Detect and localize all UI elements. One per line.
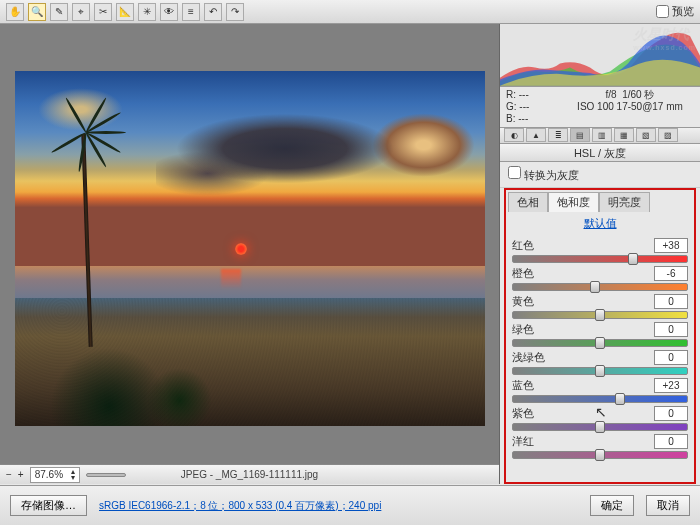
slider-label-aqua: 浅绿色 xyxy=(512,350,545,365)
panel-camera-icon[interactable]: ▨ xyxy=(658,128,678,142)
top-toolbar: ✋ 🔍 ✎ ⌖ ✂ 📐 ✳ 👁 ≡ ↶ ↷ 预览 xyxy=(0,0,700,24)
slider-row-aqua: 浅绿色0 xyxy=(512,350,688,375)
preview-toggle[interactable]: 预览 xyxy=(656,4,694,19)
slider-label-blue: 蓝色 xyxy=(512,378,534,393)
slider-value-magenta[interactable]: 0 xyxy=(654,434,688,449)
slider-thumb-blue[interactable] xyxy=(615,393,625,405)
slider-track-blue[interactable] xyxy=(512,395,688,403)
tool-hand-icon[interactable]: ✋ xyxy=(6,3,24,21)
tool-rotate-ccw-icon[interactable]: ↶ xyxy=(204,3,222,21)
tab-luminance[interactable]: 明亮度 xyxy=(599,192,650,212)
slider-row-blue: 蓝色+23 xyxy=(512,378,688,403)
slider-thumb-aqua[interactable] xyxy=(595,365,605,377)
slider-row-green: 绿色0 xyxy=(512,322,688,347)
panel-basic-icon[interactable]: ◐ xyxy=(504,128,524,142)
panel-curve-icon[interactable]: ▲ xyxy=(526,128,546,142)
filename-label: JPEG - _MG_1169-111111.jpg xyxy=(181,469,318,480)
slider-label-green: 绿色 xyxy=(512,322,534,337)
slider-thumb-orange[interactable] xyxy=(590,281,600,293)
slider-value-yellow[interactable]: 0 xyxy=(654,294,688,309)
slider-value-blue[interactable]: +23 xyxy=(654,378,688,393)
tab-saturation[interactable]: 饱和度 xyxy=(548,192,599,212)
ok-button[interactable]: 确定 xyxy=(590,495,634,516)
slider-thumb-green[interactable] xyxy=(595,337,605,349)
slider-label-magenta: 洋红 xyxy=(512,434,534,449)
footer-bar: 存储图像… sRGB IEC61966-2.1；8 位；800 x 533 (0… xyxy=(0,485,700,525)
zoom-slider[interactable] xyxy=(86,473,126,477)
tab-hue[interactable]: 色相 xyxy=(508,192,548,212)
panel-fx-icon[interactable]: ▧ xyxy=(636,128,656,142)
zoom-dropdown[interactable]: 87.6% ▴▾ xyxy=(30,467,80,483)
slider-value-purple[interactable]: 0 xyxy=(654,406,688,421)
slider-label-red: 红色 xyxy=(512,238,534,253)
slider-track-orange[interactable] xyxy=(512,283,688,291)
canvas-area: − + 87.6% ▴▾ JPEG - _MG_1169-111111.jpg xyxy=(0,24,500,484)
grayscale-row: 转换为灰度 xyxy=(500,162,700,188)
cancel-button[interactable]: 取消 xyxy=(646,495,690,516)
slider-label-purple: 紫色 xyxy=(512,406,534,421)
info-readout: R: --- G: --- B: --- f/8 1/60 秒 ISO 100 … xyxy=(500,87,700,128)
tool-adjust-icon[interactable]: ≡ xyxy=(182,3,200,21)
slider-track-yellow[interactable] xyxy=(512,311,688,319)
tool-redeye-icon[interactable]: 👁 xyxy=(160,3,178,21)
panel-detail-icon[interactable]: ≣ xyxy=(548,128,568,142)
chevron-updown-icon: ▴▾ xyxy=(71,469,75,481)
slider-label-orange: 橙色 xyxy=(512,266,534,281)
zoom-minus-icon[interactable]: − xyxy=(6,469,12,480)
tool-eyedropper-icon[interactable]: ✎ xyxy=(50,3,68,21)
tool-rotate-cw-icon[interactable]: ↷ xyxy=(226,3,244,21)
tool-sampler-icon[interactable]: ⌖ xyxy=(72,3,90,21)
histogram[interactable]: 火星时代www.hxsd.com xyxy=(500,24,700,87)
slider-thumb-red[interactable] xyxy=(628,253,638,265)
hsl-saturation-panel: 色相 饱和度 明亮度 默认值 红色+38 橙色-6 黄色0 绿色0 xyxy=(504,188,696,484)
slider-value-aqua[interactable]: 0 xyxy=(654,350,688,365)
tool-zoom-icon[interactable]: 🔍 xyxy=(28,3,46,21)
panel-hsl-icon[interactable]: ▤ xyxy=(570,128,590,142)
slider-track-purple[interactable] xyxy=(512,423,688,431)
slider-track-magenta[interactable] xyxy=(512,451,688,459)
slider-value-red[interactable]: +38 xyxy=(654,238,688,253)
defaults-link[interactable]: 默认值 xyxy=(508,212,692,235)
slider-row-purple: 紫色0 xyxy=(512,406,688,431)
slider-label-yellow: 黄色 xyxy=(512,294,534,309)
panel-title: HSL / 灰度 xyxy=(500,144,700,162)
zoom-plus-icon[interactable]: + xyxy=(18,469,24,480)
panel-lens-icon[interactable]: ▦ xyxy=(614,128,634,142)
slider-row-magenta: 洋红0 xyxy=(512,434,688,459)
panel-split-icon[interactable]: ▥ xyxy=(592,128,612,142)
preview-label: 预览 xyxy=(672,4,694,19)
image-preview[interactable] xyxy=(15,71,485,426)
canvas-footer: − + 87.6% ▴▾ JPEG - _MG_1169-111111.jpg xyxy=(0,464,499,484)
image-info-link[interactable]: sRGB IEC61966-2.1；8 位；800 x 533 (0.4 百万像… xyxy=(99,499,381,513)
preview-checkbox[interactable] xyxy=(656,5,669,18)
panel-tab-strip: ◐ ▲ ≣ ▤ ▥ ▦ ▧ ▨ xyxy=(500,128,700,144)
slider-row-orange: 橙色-6 xyxy=(512,266,688,291)
slider-track-aqua[interactable] xyxy=(512,367,688,375)
slider-value-green[interactable]: 0 xyxy=(654,322,688,337)
slider-thumb-magenta[interactable] xyxy=(595,449,605,461)
grayscale-toggle[interactable]: 转换为灰度 xyxy=(508,169,579,181)
slider-row-red: 红色+38 xyxy=(512,238,688,263)
slider-track-red[interactable] xyxy=(512,255,688,263)
slider-thumb-yellow[interactable] xyxy=(595,309,605,321)
side-panel: 火星时代www.hxsd.com R: --- G: --- B: --- f/… xyxy=(500,24,700,484)
save-image-button[interactable]: 存储图像… xyxy=(10,495,87,516)
grayscale-label: 转换为灰度 xyxy=(524,169,579,181)
tool-crop-icon[interactable]: ✂ xyxy=(94,3,112,21)
tool-straighten-icon[interactable]: 📐 xyxy=(116,3,134,21)
tool-spot-icon[interactable]: ✳ xyxy=(138,3,156,21)
slider-value-orange[interactable]: -6 xyxy=(654,266,688,281)
grayscale-checkbox[interactable] xyxy=(508,166,521,179)
slider-track-green[interactable] xyxy=(512,339,688,347)
zoom-value: 87.6% xyxy=(35,468,63,482)
slider-thumb-purple[interactable] xyxy=(595,421,605,433)
slider-row-yellow: 黄色0 xyxy=(512,294,688,319)
